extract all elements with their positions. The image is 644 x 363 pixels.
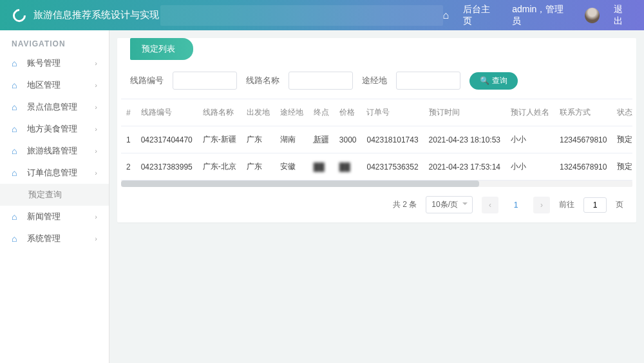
cell-price: ██ [334, 153, 362, 181]
logout-link[interactable]: 退出 [614, 4, 631, 27]
sidebar-item-region[interactable]: ⌂ 地区管理 › [0, 74, 109, 96]
cell-index: 1 [121, 126, 136, 153]
home-icon: ⌂ [12, 168, 21, 178]
sidebar-item-label: 订单信息管理 [27, 167, 77, 179]
th-name: 线路名称 [198, 99, 242, 126]
cell-order: 042318101743 [361, 126, 423, 153]
chevron-right-icon: › [95, 213, 97, 221]
cell-name: 广东-北京 [198, 153, 242, 181]
th-contact: 联系方式 [554, 99, 612, 126]
th-price: 价格 [334, 99, 362, 126]
th-via: 途经地 [275, 99, 308, 126]
table-row[interactable]: 2 042317383995 广东-北京 广东 安徽 ██ ██ 0423175… [121, 153, 632, 181]
table-wrap: # 线路编号 线路名称 出发地 途经地 终点 价格 订单号 预订时间 预订人姓名… [121, 99, 632, 181]
sidebar-item-label: 景点信息管理 [27, 101, 77, 113]
sidebar-item-food[interactable]: ⌂ 地方美食管理 › [0, 118, 109, 140]
sidebar-subitem-booking-query[interactable]: 预定查询 [0, 184, 109, 206]
chevron-right-icon: › [95, 169, 97, 177]
th-from: 出发地 [242, 99, 275, 126]
page-number-button[interactable]: 1 [507, 197, 524, 213]
header-search-area[interactable] [160, 5, 443, 26]
user-info[interactable]: admin，管理员 [512, 4, 571, 27]
route-name-input[interactable] [289, 72, 353, 90]
home-icon: ⌂ [12, 233, 21, 244]
sidebar-item-label: 新闻管理 [27, 211, 61, 222]
filter-row: 线路编号 线路名称 途经地 🔍 查询 [117, 60, 636, 99]
route-code-label: 线路编号 [130, 75, 164, 86]
cell-contact: 13245678910 [554, 153, 612, 181]
cell-end: 新疆 [308, 126, 334, 153]
app-title: 旅游信息推荐系统设计与实现 [33, 9, 159, 21]
th-order: 订单号 [361, 99, 423, 126]
prev-page-button[interactable]: ‹ [482, 197, 498, 213]
cell-order: 042317536352 [361, 153, 423, 181]
chevron-right-icon: › [95, 235, 97, 242]
home-icon[interactable]: ⌂ [443, 10, 450, 21]
home-icon: ⌂ [12, 146, 21, 156]
th-status: 状态 [612, 99, 632, 126]
panel-title: 预定列表 [130, 38, 193, 60]
cell-via: 安徽 [275, 153, 308, 181]
page-size-select[interactable]: 10条/页 [426, 196, 473, 213]
backend-home-link[interactable]: 后台主页 [463, 4, 498, 27]
cell-contact: 12345679810 [554, 126, 612, 153]
page-size-value: 10条/页 [431, 200, 458, 209]
cell-from: 广东 [242, 153, 275, 181]
booking-table: # 线路编号 线路名称 出发地 途经地 终点 价格 订单号 预订时间 预订人姓名… [121, 99, 632, 181]
cell-end: ██ [308, 153, 334, 181]
sidebar-item-route[interactable]: ⌂ 旅游线路管理 › [0, 140, 109, 162]
sidebar-item-label: 旅游线路管理 [27, 145, 77, 157]
booking-panel: 预定列表 线路编号 线路名称 途经地 🔍 查询 # [117, 38, 636, 222]
table-row[interactable]: 1 042317404470 广东-新疆 广东 湖南 新疆 3000 04231… [121, 126, 632, 153]
cell-status: 预定成功 [612, 153, 632, 181]
sidebar: NAVIGATION ⌂ 账号管理 › ⌂ 地区管理 › ⌂ 景点信息管理 › … [0, 30, 109, 363]
cell-person: 小小 [506, 126, 554, 153]
sidebar-item-news[interactable]: ⌂ 新闻管理 › [0, 206, 109, 228]
cell-person: 小小 [506, 153, 554, 181]
cell-code: 042317404470 [136, 126, 198, 153]
chevron-right-icon: › [95, 103, 97, 111]
search-icon: 🔍 [480, 76, 489, 85]
cell-price: 3000 [334, 126, 362, 153]
sidebar-item-spot[interactable]: ⌂ 景点信息管理 › [0, 96, 109, 118]
home-icon: ⌂ [12, 211, 21, 222]
goto-page-input[interactable] [583, 197, 607, 213]
nav-header: NAVIGATION [0, 30, 109, 52]
logo-icon [10, 6, 28, 24]
avatar[interactable] [585, 8, 600, 23]
sidebar-item-label: 预定查询 [28, 189, 62, 201]
sidebar-item-system[interactable]: ⌂ 系统管理 › [0, 228, 109, 250]
goto-prefix: 前往 [559, 199, 574, 210]
th-index: # [121, 99, 136, 126]
app-header: 旅游信息推荐系统设计与实现 ⌂ 后台主页 admin，管理员 退出 [0, 0, 644, 30]
sidebar-item-label: 地方美食管理 [27, 123, 77, 135]
search-button[interactable]: 🔍 查询 [469, 72, 518, 90]
search-button-label: 查询 [492, 75, 507, 86]
chevron-right-icon: › [95, 125, 97, 133]
sidebar-item-account[interactable]: ⌂ 账号管理 › [0, 52, 109, 74]
via-label: 途经地 [362, 75, 387, 86]
home-icon: ⌂ [12, 102, 21, 112]
cell-time: 2021-04-23 18:10:53 [424, 126, 506, 153]
cell-name: 广东-新疆 [198, 126, 242, 153]
sidebar-item-label: 地区管理 [27, 79, 61, 91]
route-name-label: 线路名称 [246, 75, 279, 86]
sidebar-item-order[interactable]: ⌂ 订单信息管理 › [0, 162, 109, 184]
pagination: 共 2 条 10条/页 ‹ 1 › 前往 页 [117, 187, 636, 216]
home-icon: ⌂ [12, 80, 21, 90]
th-code: 线路编号 [136, 99, 198, 126]
cell-via: 湖南 [275, 126, 308, 153]
next-page-button[interactable]: › [533, 197, 550, 213]
sidebar-item-label: 系统管理 [27, 233, 61, 244]
th-time: 预订时间 [424, 99, 506, 126]
via-input[interactable] [396, 72, 460, 90]
cell-index: 2 [121, 153, 136, 181]
route-code-input[interactable] [173, 72, 237, 90]
horizontal-scrollbar[interactable] [121, 181, 632, 187]
chevron-right-icon: › [95, 81, 97, 89]
home-icon: ⌂ [12, 124, 21, 134]
home-icon: ⌂ [12, 58, 21, 68]
cell-time: 2021-04-23 17:53:14 [424, 153, 506, 181]
chevron-right-icon: › [95, 59, 97, 67]
th-end: 终点 [308, 99, 334, 126]
